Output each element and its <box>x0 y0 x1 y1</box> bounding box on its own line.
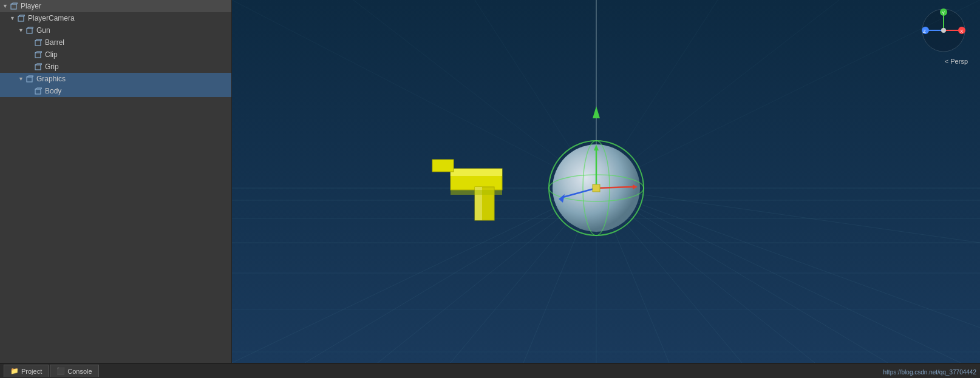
hierarchy-item-grip[interactable]: Grip <box>0 61 231 73</box>
grip-label: Grip <box>45 62 59 71</box>
body-label: Body <box>45 87 61 95</box>
folder-icon: 📁 <box>10 367 19 375</box>
cube-icon-barrel <box>34 38 43 47</box>
svg-rect-72 <box>593 184 600 192</box>
hierarchy-item-playercamera[interactable]: PlayerCamera <box>0 12 231 24</box>
svg-rect-16 <box>35 53 41 58</box>
viewport-gizmo[interactable]: Z X Y <box>919 6 968 55</box>
svg-rect-28 <box>35 89 41 94</box>
hierarchy-item-body[interactable]: Body <box>0 85 231 97</box>
svg-rect-20 <box>35 65 41 70</box>
svg-rect-74 <box>451 169 502 176</box>
svg-rect-12 <box>35 41 41 46</box>
project-tab-label: Project <box>21 368 42 375</box>
arrow-gun <box>18 27 24 33</box>
arrow-graphics <box>18 76 24 82</box>
hierarchy-panel: Player PlayerCamera Gun <box>0 0 232 363</box>
svg-rect-0 <box>11 4 16 9</box>
svg-text:Y: Y <box>942 10 945 16</box>
cube-icon-gun <box>26 26 34 35</box>
viewport-grid <box>232 0 980 363</box>
svg-rect-24 <box>27 77 32 82</box>
gun-label: Gun <box>36 26 50 35</box>
clip-label: Clip <box>45 50 58 59</box>
console-icon: ⬛ <box>56 367 65 375</box>
cube-icon-playercamera <box>17 14 26 22</box>
viewport[interactable]: Z X Y < Persp <box>232 0 980 363</box>
svg-rect-78 <box>451 190 502 195</box>
hierarchy-item-clip[interactable]: Clip <box>0 49 231 61</box>
bottom-bar: 📁 Project ⬛ Console https://blog.csdn.ne… <box>0 363 980 378</box>
tab-console[interactable]: ⬛ Console <box>50 365 98 377</box>
cube-icon-body <box>34 87 43 95</box>
hierarchy-item-barrel[interactable]: Barrel <box>0 36 231 49</box>
persp-label: < Persp <box>945 58 968 65</box>
svg-rect-4 <box>18 16 24 21</box>
hierarchy-item-player[interactable]: Player <box>0 0 231 12</box>
svg-text:X: X <box>960 29 964 34</box>
player-label: Player <box>21 2 41 10</box>
hierarchy-item-gun[interactable]: Gun <box>0 24 231 36</box>
hierarchy-item-graphics[interactable]: Graphics <box>0 73 231 85</box>
content-area: Player PlayerCamera Gun <box>0 0 980 363</box>
arrow-player <box>2 3 9 9</box>
playercamera-label: PlayerCamera <box>28 14 75 22</box>
url-text: https://blog.csdn.net/qq_37704442 <box>883 369 976 376</box>
svg-rect-77 <box>432 160 454 172</box>
graphics-label: Graphics <box>36 75 66 83</box>
svg-text:Z: Z <box>923 29 926 34</box>
svg-point-89 <box>941 28 946 33</box>
cube-icon-player <box>10 2 18 10</box>
cube-icon-graphics <box>26 75 34 83</box>
svg-rect-8 <box>27 29 32 33</box>
arrow-playercamera <box>10 15 16 21</box>
console-tab-label: Console <box>67 368 92 375</box>
tab-project[interactable]: 📁 Project <box>4 365 49 377</box>
main-layout: Player PlayerCamera Gun <box>0 0 980 378</box>
cube-icon-clip <box>34 50 43 59</box>
barrel-label: Barrel <box>45 38 64 47</box>
cube-icon-grip <box>34 62 43 71</box>
